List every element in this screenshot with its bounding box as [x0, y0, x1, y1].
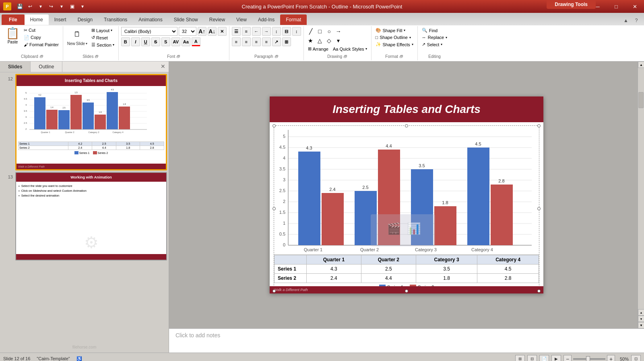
shadow-button[interactable]: S — [161, 37, 170, 46]
view-more[interactable]: ▾ — [78, 2, 87, 11]
line-spacing-button[interactable]: ↕ — [272, 27, 281, 36]
smart-art-button[interactable]: ↗ — [272, 37, 281, 46]
align-right-button[interactable]: ≡ — [252, 37, 261, 46]
find-button[interactable]: 🔍 Find — [420, 27, 449, 34]
handle-tr[interactable] — [537, 124, 541, 127]
bullets-button[interactable]: ☰ — [232, 27, 241, 36]
shape-line[interactable]: ╱ — [306, 27, 315, 36]
slide-12-thumbnail[interactable]: Inserting Tables and Charts 5 4.5 4 3.5 … — [15, 74, 167, 170]
handle-tl[interactable] — [272, 124, 276, 127]
tab-slideshow[interactable]: Slide Show — [168, 14, 204, 25]
new-slide-button[interactable]: 🗒 New Slide ▾ — [66, 27, 89, 47]
change-case-button[interactable]: Aa — [182, 37, 190, 46]
next-slide-btn[interactable]: ▼ — [638, 316, 644, 322]
convert-button[interactable]: ⊞ — [282, 37, 291, 46]
presentation-view[interactable]: ▣ — [68, 2, 76, 11]
tab-view[interactable]: View — [231, 14, 252, 25]
section-button[interactable]: ☰ Section ▾ — [90, 41, 116, 48]
format-painter-button[interactable]: 🖌 Format Painter — [22, 41, 60, 48]
chart-container[interactable]: 5 4.5 4 3.5 3 2.5 2 1.5 1 0.5 0 — [274, 125, 539, 291]
slide-viewport[interactable]: ▲ ▲ ▼ ▼ Inserting Tables and Charts — [169, 62, 644, 328]
redo-button[interactable]: ↪ — [47, 2, 56, 11]
maximize-button[interactable]: □ — [607, 0, 625, 13]
tab-animations[interactable]: Animations — [133, 14, 168, 25]
align-left-button[interactable]: ≡ — [232, 37, 241, 46]
tab-slides[interactable]: Slides — [0, 62, 31, 72]
notes-area[interactable]: Click to add notes — [169, 328, 644, 353]
align-center-button[interactable]: ≡ — [242, 37, 251, 46]
reading-view-button[interactable]: 📄 — [539, 355, 549, 361]
paste-button[interactable]: 📋 Paste — [4, 27, 21, 45]
slide-canvas[interactable]: Inserting Tables and Charts — [270, 96, 543, 293]
font-grow-button[interactable]: A↑ — [198, 27, 206, 36]
strikethrough-button[interactable]: S — [151, 37, 160, 46]
replace-button[interactable]: ↔ Replace ▾ — [420, 34, 449, 41]
vscroll-down[interactable]: ▼ — [638, 322, 644, 328]
font-shrink-button[interactable]: A↓ — [208, 27, 217, 36]
zoom-thumb[interactable] — [586, 356, 590, 361]
tab-addins[interactable]: Add-Ins — [252, 14, 280, 25]
tab-format[interactable]: Format — [280, 14, 307, 25]
increase-indent-button[interactable]: → — [262, 27, 271, 36]
handle-br[interactable] — [537, 289, 541, 293]
zoom-in-button[interactable]: + — [607, 355, 615, 361]
font-family-select[interactable]: Calibri (Body) — [121, 27, 178, 36]
save-button[interactable]: 💾 — [15, 2, 24, 11]
reset-button[interactable]: ↺ Reset — [90, 34, 116, 41]
shape-star[interactable]: ★ — [306, 36, 315, 45]
handle-ml[interactable] — [272, 207, 276, 210]
undo-button[interactable]: ↩ — [26, 2, 35, 11]
vscroll-up[interactable]: ▲ — [638, 62, 644, 68]
shape-arrow[interactable]: → — [334, 27, 343, 36]
arrange-button[interactable]: ⊞ Arrange — [306, 45, 330, 52]
panel-close-button[interactable]: ✕ — [157, 62, 169, 72]
tab-review[interactable]: Review — [204, 14, 231, 25]
help-button[interactable]: ? — [632, 16, 641, 25]
font-color-button[interactable]: A — [192, 37, 200, 46]
shape-fill-button[interactable]: 🎨 Shape Fill ▾ — [374, 27, 415, 34]
shape-outline-button[interactable]: □ Shape Outline ▾ — [374, 34, 415, 41]
fit-slide-button[interactable]: ⊡ — [631, 355, 641, 361]
handle-bc[interactable] — [405, 289, 408, 293]
shape-diamond[interactable]: ◇ — [325, 36, 334, 45]
slide-13-thumbnail[interactable]: Working with Animation • Select the slid… — [15, 172, 167, 260]
tab-design[interactable]: Design — [72, 14, 98, 25]
handle-tc[interactable] — [405, 124, 408, 127]
numbering-button[interactable]: ≡ — [242, 27, 251, 36]
align-justify-button[interactable]: ≡ — [262, 37, 271, 46]
underline-button[interactable]: U — [141, 37, 150, 46]
quick-styles-button[interactable]: Aa Quick Styles ▾ — [331, 46, 369, 52]
prev-slide-btn[interactable]: ▲ — [638, 309, 644, 316]
char-spacing-button[interactable]: AV — [171, 37, 180, 46]
handle-bl[interactable] — [272, 289, 276, 293]
shape-circle[interactable]: ○ — [325, 27, 334, 36]
bold-button[interactable]: B — [121, 37, 130, 46]
tab-outline[interactable]: Outline — [31, 62, 62, 72]
text-direction-button[interactable]: ↕ — [292, 27, 301, 36]
slide-sorter-button[interactable]: ⊟ — [527, 355, 537, 361]
customize-qa[interactable]: ▾ — [57, 2, 66, 11]
tab-transitions[interactable]: Transitions — [98, 14, 133, 25]
normal-view-button[interactable]: ⊞ — [515, 355, 525, 361]
ribbon-collapse[interactable]: ▲ — [621, 16, 630, 25]
tab-insert[interactable]: Insert — [49, 14, 72, 25]
undo-dropdown[interactable]: ▾ — [36, 2, 45, 11]
decrease-indent-button[interactable]: ← — [252, 27, 261, 36]
more-shapes[interactable]: ▾ — [334, 36, 343, 45]
copy-button[interactable]: 📄 Copy — [22, 34, 60, 41]
shape-effects-button[interactable]: ✨ Shape Effects ▾ — [374, 41, 415, 48]
shape-triangle[interactable]: △ — [316, 36, 324, 45]
tab-home[interactable]: Home — [25, 14, 49, 25]
zoom-out-button[interactable]: − — [564, 355, 572, 361]
slideshow-button[interactable]: ▶ — [551, 355, 561, 361]
cut-button[interactable]: ✂ Cut — [22, 27, 60, 34]
handle-mr[interactable] — [537, 207, 541, 210]
clear-format-button[interactable]: ✕ — [218, 27, 227, 36]
select-button[interactable]: ↗ Select ▾ — [420, 41, 449, 48]
font-size-select[interactable]: 32 — [179, 27, 196, 36]
close-button[interactable]: ✕ — [625, 0, 644, 13]
tab-file[interactable]: File — [2, 14, 25, 25]
columns-button[interactable]: ⊟ — [282, 27, 291, 36]
zoom-slider[interactable] — [573, 358, 605, 360]
slide-panel-scroll[interactable]: 12 Inserting Tables and Charts 5 4.5 4 3… — [0, 72, 169, 353]
